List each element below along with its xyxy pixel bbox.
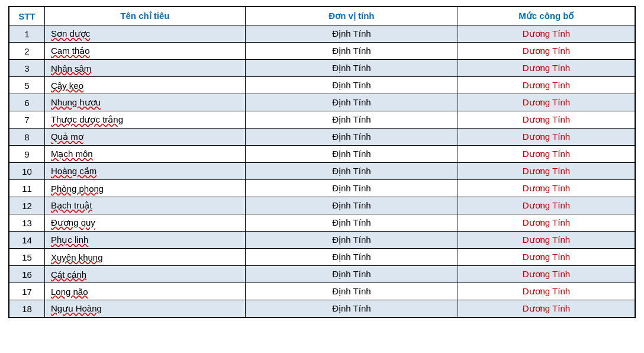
cell-don-vi: Định Tính: [245, 197, 458, 214]
header-stt: STT: [9, 7, 45, 25]
cell-muc: Dương Tính: [458, 214, 635, 232]
cell-ten: Phòng phong: [44, 180, 245, 197]
cell-stt: 2: [9, 43, 45, 60]
cell-stt: 12: [9, 197, 45, 214]
cell-muc: Dương Tính: [458, 163, 635, 180]
table-row: 7Thược dược trắngĐịnh TínhDương Tính: [9, 111, 635, 129]
cell-don-vi: Định Tính: [245, 180, 458, 197]
table-row: 13Đương quyĐịnh TínhDương Tính: [9, 214, 635, 232]
table-row: 10Hoàng cầmĐịnh TínhDương Tính: [9, 163, 635, 180]
cell-ten: Cát cánh: [44, 266, 245, 283]
cell-stt: 14: [9, 232, 45, 249]
cell-stt: 18: [9, 300, 45, 317]
cell-ten: Hoàng cầm: [44, 163, 245, 180]
cell-stt: 15: [9, 249, 45, 266]
cell-ten: Xuyên khung: [44, 249, 245, 266]
cell-stt: 17: [9, 283, 45, 300]
table-row: 6Nhung hươuĐịnh TínhDương Tính: [9, 94, 635, 111]
cell-don-vi: Định Tính: [245, 77, 458, 94]
cell-muc: Dương Tính: [458, 146, 635, 163]
cell-ten: Sơn dược: [44, 25, 245, 43]
cell-don-vi: Định Tính: [245, 146, 458, 163]
cell-stt: 1: [9, 25, 45, 43]
data-table: STT Tên chỉ tiêu Đơn vị tính Mức công bố…: [9, 7, 635, 317]
cell-stt: 7: [9, 111, 45, 129]
cell-ten: Nhân sâm: [44, 60, 245, 77]
table-row: 14Phục linhĐịnh TínhDương Tính: [9, 232, 635, 249]
cell-muc: Dương Tính: [458, 129, 635, 146]
cell-stt: 10: [9, 163, 45, 180]
table-row: 3Nhân sâmĐịnh TínhDương Tính: [9, 60, 635, 77]
cell-muc: Dương Tính: [458, 77, 635, 94]
cell-ten: Phục linh: [44, 232, 245, 249]
cell-stt: 16: [9, 266, 45, 283]
cell-muc: Dương Tính: [458, 60, 635, 77]
cell-muc: Dương Tính: [458, 94, 635, 111]
cell-don-vi: Định Tính: [245, 25, 458, 43]
cell-ten: Quả mơ: [44, 129, 245, 146]
cell-don-vi: Định Tính: [245, 283, 458, 300]
table-row: 1Sơn dượcĐịnh TínhDương Tính: [9, 25, 635, 43]
cell-ten: Thược dược trắng: [44, 111, 245, 129]
cell-stt: 8: [9, 129, 45, 146]
cell-don-vi: Định Tính: [245, 111, 458, 129]
cell-muc: Dương Tính: [458, 249, 635, 266]
cell-muc: Dương Tính: [458, 25, 635, 43]
cell-don-vi: Định Tính: [245, 300, 458, 317]
cell-muc: Dương Tính: [458, 180, 635, 197]
cell-stt: 5: [9, 77, 45, 94]
cell-don-vi: Định Tính: [245, 94, 458, 111]
cell-don-vi: Định Tính: [245, 43, 458, 60]
table-row: 18Ngưu HoàngĐịnh TínhDương Tính: [9, 300, 635, 317]
cell-don-vi: Định Tính: [245, 163, 458, 180]
cell-ten: Nhung hươu: [44, 94, 245, 111]
cell-don-vi: Định Tính: [245, 60, 458, 77]
cell-stt: 9: [9, 146, 45, 163]
cell-ten: Đương quy: [44, 214, 245, 232]
header-muc-cong-bo: Mức công bố: [458, 7, 635, 25]
cell-stt: 6: [9, 94, 45, 111]
table-row: 17Long nãoĐịnh TínhDương Tính: [9, 283, 635, 300]
cell-muc: Dương Tính: [458, 266, 635, 283]
cell-ten: Ngưu Hoàng: [44, 300, 245, 317]
cell-don-vi: Định Tính: [245, 129, 458, 146]
cell-ten: Cam thảo: [44, 43, 245, 60]
cell-ten: Bạch truật: [44, 197, 245, 214]
cell-stt: 13: [9, 214, 45, 232]
header-don-vi-tinh: Đơn vị tính: [245, 7, 458, 25]
table-row: 12Bạch truậtĐịnh TínhDương Tính: [9, 197, 635, 214]
table-row: 15Xuyên khungĐịnh TínhDương Tính: [9, 249, 635, 266]
cell-don-vi: Định Tính: [245, 232, 458, 249]
cell-don-vi: Định Tính: [245, 266, 458, 283]
table-row: 16Cát cánhĐịnh TínhDương Tính: [9, 266, 635, 283]
cell-don-vi: Định Tính: [245, 249, 458, 266]
table-row: 11Phòng phongĐịnh TínhDương Tính: [9, 180, 635, 197]
cell-muc: Dương Tính: [458, 111, 635, 129]
cell-muc: Dương Tính: [458, 232, 635, 249]
cell-don-vi: Định Tính: [245, 214, 458, 232]
cell-ten: Long não: [44, 283, 245, 300]
cell-stt: 3: [9, 60, 45, 77]
cell-muc: Dương Tính: [458, 197, 635, 214]
table-row: 8Quả mơĐịnh TínhDương Tính: [9, 129, 635, 146]
cell-ten: Mạch môn: [44, 146, 245, 163]
cell-stt: 11: [9, 180, 45, 197]
table-row: 2Cam thảoĐịnh TínhDương Tính: [9, 43, 635, 60]
table-body: 1Sơn dượcĐịnh TínhDương Tính2Cam thảoĐịn…: [9, 25, 635, 317]
table-row: 5Cây keoĐịnh TínhDương Tính: [9, 77, 635, 94]
cell-muc: Dương Tính: [458, 300, 635, 317]
main-table-container: STT Tên chỉ tiêu Đơn vị tính Mức công bố…: [8, 6, 636, 318]
cell-muc: Dương Tính: [458, 283, 635, 300]
cell-muc: Dương Tính: [458, 43, 635, 60]
table-row: 9Mạch mônĐịnh TínhDương Tính: [9, 146, 635, 163]
table-header-row: STT Tên chỉ tiêu Đơn vị tính Mức công bố: [9, 7, 635, 25]
cell-ten: Cây keo: [44, 77, 245, 94]
header-ten-chi-tieu: Tên chỉ tiêu: [44, 7, 245, 25]
